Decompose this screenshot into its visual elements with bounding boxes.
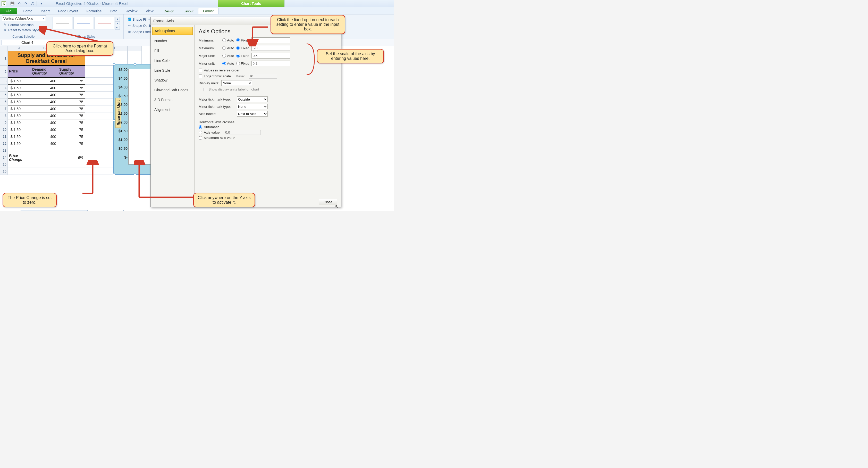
cell-C3[interactable]: 75 xyxy=(58,77,85,84)
nav-alignment[interactable]: Alignment xyxy=(152,106,193,113)
radio-major-auto[interactable] xyxy=(222,54,226,58)
radio-minor-fixed[interactable] xyxy=(236,62,240,65)
col-header-A[interactable]: A xyxy=(8,46,31,51)
input-min[interactable] xyxy=(251,37,290,43)
cell-C5[interactable]: 75 xyxy=(58,91,85,98)
cell-D12[interactable] xyxy=(85,140,103,147)
tab-format[interactable]: Format xyxy=(198,8,218,14)
cell-D8[interactable] xyxy=(85,112,103,119)
chart-plot-area[interactable]: $5.00$4.50$4.00$3.50$3.00$2.50$2.00$1.50… xyxy=(128,69,153,165)
save-icon[interactable]: 💾 xyxy=(10,1,15,6)
cell-B5[interactable]: 400 xyxy=(31,91,58,98)
cell-D15[interactable] xyxy=(85,161,103,168)
cell-D10[interactable] xyxy=(85,126,103,133)
nav-shadow[interactable]: Shadow xyxy=(152,77,193,84)
select-major-tick[interactable]: Outside xyxy=(237,96,268,102)
cell-C4[interactable]: 75 xyxy=(58,84,85,91)
nav-fill[interactable]: Fill xyxy=(152,47,193,54)
row-header-5[interactable]: 5 xyxy=(0,91,8,98)
cell-C6[interactable]: 75 xyxy=(58,98,85,105)
tab-layout[interactable]: Layout xyxy=(179,8,198,14)
row-header-16[interactable]: 16 xyxy=(0,168,8,175)
row-header-8[interactable]: 8 xyxy=(0,112,8,119)
cell-header-supply[interactable]: Supply Quantity xyxy=(58,65,85,77)
cell-B6[interactable]: 400 xyxy=(31,98,58,105)
cell-header-price[interactable]: Price xyxy=(8,65,31,77)
cell-B8[interactable]: 400 xyxy=(31,112,58,119)
row-header-12[interactable]: 12 xyxy=(0,140,8,147)
radio-min-fixed[interactable] xyxy=(236,38,240,42)
qat-dropdown-icon[interactable]: ▾ xyxy=(39,1,44,6)
tab-file[interactable]: File xyxy=(0,8,17,14)
radio-max-fixed[interactable] xyxy=(236,46,240,50)
radio-major-fixed[interactable] xyxy=(236,54,240,58)
cell-C11[interactable]: 75 xyxy=(58,133,85,140)
cell-C9[interactable]: 75 xyxy=(58,119,85,126)
radio-crosses-max[interactable] xyxy=(199,136,202,140)
shape-style-1[interactable] xyxy=(53,17,72,29)
nav-3d-format[interactable]: 3-D Format xyxy=(152,96,193,104)
row-header-10[interactable]: 10 xyxy=(0,126,8,133)
redo-icon[interactable]: ↷ xyxy=(23,1,28,6)
tab-page-layout[interactable]: Page Layout xyxy=(54,8,83,14)
cell-B16[interactable] xyxy=(31,168,58,175)
tab-data[interactable]: Data xyxy=(105,8,122,14)
cell-A11[interactable]: $ 1.50 xyxy=(8,133,31,140)
cell-D9[interactable] xyxy=(85,119,103,126)
sheet-tab-supply-demand[interactable]: Supply & Demand xyxy=(87,210,124,211)
cell-D14[interactable] xyxy=(85,154,103,161)
nav-line-color[interactable]: Line Color xyxy=(152,57,193,64)
cell-price-change-label[interactable]: Price Change xyxy=(8,154,31,161)
tab-insert[interactable]: Insert xyxy=(37,8,54,14)
shape-style-gallery[interactable]: ▲ ▼ ▾ xyxy=(51,16,121,31)
cell-C13[interactable] xyxy=(58,147,85,154)
nav-number[interactable]: Number xyxy=(152,37,193,45)
cell-A3[interactable]: $ 1.50 xyxy=(8,77,31,84)
gallery-down-icon[interactable]: ▼ xyxy=(115,21,120,25)
name-box[interactable]: Chart 4 xyxy=(2,40,53,46)
cell-D11[interactable] xyxy=(85,133,103,140)
cell-C7[interactable]: 75 xyxy=(58,105,85,112)
sheet-tab-health-spending-chart[interactable]: Health Spending Chart xyxy=(21,210,62,211)
row-header-4[interactable]: 4 xyxy=(0,84,8,91)
tab-view[interactable]: View xyxy=(142,8,157,14)
row-header-9[interactable]: 9 xyxy=(0,119,8,126)
cell-B9[interactable]: 400 xyxy=(31,119,58,126)
row-header-14[interactable]: 14 xyxy=(0,154,8,161)
nav-axis-options[interactable]: Axis Options xyxy=(152,27,193,35)
row-header-3[interactable]: 3 xyxy=(0,77,8,84)
cell-A16[interactable] xyxy=(8,168,31,175)
row-header-11[interactable]: 11 xyxy=(0,133,8,140)
cell-D4[interactable] xyxy=(85,84,103,91)
cell-B11[interactable]: 400 xyxy=(31,133,58,140)
row-header-2[interactable]: 2 xyxy=(0,65,8,77)
input-major[interactable] xyxy=(251,53,290,59)
cell-header-demand[interactable]: Demand Quantity xyxy=(31,65,58,77)
gallery-more-icon[interactable]: ▾ xyxy=(115,26,120,30)
cell-A13[interactable] xyxy=(8,147,31,154)
row-header-15[interactable]: 15 xyxy=(0,161,8,168)
cell-C16[interactable] xyxy=(58,168,85,175)
sheet-tab-health-care[interactable]: Health Care xyxy=(62,210,88,211)
undo-icon[interactable]: ↶ xyxy=(17,1,22,6)
cell-A15[interactable] xyxy=(8,161,31,168)
radio-min-auto[interactable] xyxy=(222,38,226,42)
reset-to-match-style-button[interactable]: ↺ Reset to Match Style xyxy=(2,27,46,32)
chart-handle[interactable] xyxy=(113,173,115,175)
cell-D7[interactable] xyxy=(85,105,103,112)
select-minor-tick[interactable]: None xyxy=(237,104,268,109)
cell-D2[interactable] xyxy=(85,65,103,77)
cell-A10[interactable]: $ 1.50 xyxy=(8,126,31,133)
cell-A8[interactable]: $ 1.50 xyxy=(8,112,31,119)
cell-price-change-value[interactable]: 0% xyxy=(58,154,85,161)
cell-C8[interactable]: 75 xyxy=(58,112,85,119)
cell-B7[interactable]: 400 xyxy=(31,105,58,112)
print-icon[interactable]: 🖨 xyxy=(30,1,35,6)
row-header-13[interactable]: 13 xyxy=(0,147,8,154)
cell-C15[interactable] xyxy=(58,161,85,168)
tab-home[interactable]: Home xyxy=(19,8,37,14)
row-header-1[interactable]: 1 xyxy=(0,51,8,65)
select-all-corner[interactable] xyxy=(0,46,8,51)
chart-handle[interactable] xyxy=(113,63,115,65)
nav-glow[interactable]: Glow and Soft Edges xyxy=(152,86,193,94)
